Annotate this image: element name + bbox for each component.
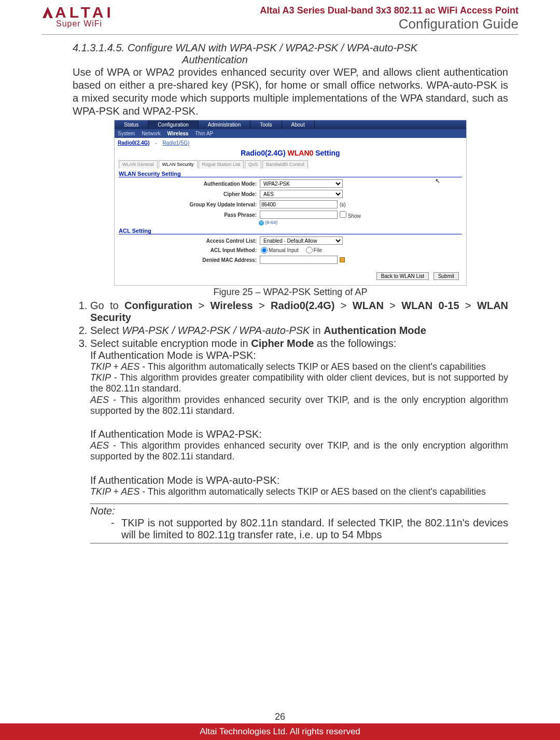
- section-heading: 4.1.3.1.4.5. Configure WLAN with WPA-PSK…: [73, 42, 508, 66]
- wlan-security-section-title: WLAN Security Setting: [119, 171, 462, 177]
- section-title-line1: Configure WLAN with WPA-PSK / WPA2-PSK /…: [128, 42, 417, 53]
- auth-mode-select[interactable]: WPA2-PSK: [260, 179, 343, 188]
- hint-icon: ?: [259, 220, 264, 226]
- gku-row: Group Key Update Interval: (s): [115, 199, 466, 210]
- figure-caption: Figure 25 – WPA2-PSK Setting of AP: [73, 287, 508, 298]
- page-footer: 26 Altai Technologies Ltd. All rights re…: [0, 711, 560, 740]
- button-row: Back to WLAN List Submit: [115, 265, 466, 285]
- submit-button[interactable]: Submit: [433, 272, 459, 280]
- denied-mac-input[interactable]: [260, 256, 338, 264]
- tab-rogue-station[interactable]: Rogue Station List: [199, 160, 244, 169]
- denied-mac-row: Denied MAC Address:: [115, 255, 466, 265]
- acl-manual-label: Manual Input: [269, 247, 299, 253]
- note-item: - TKIP is not supported by 802.11n stand…: [90, 517, 508, 541]
- denied-mac-label: Denied MAC Address:: [119, 257, 260, 263]
- wpa2-psk-head: If Authentication Mode is WPA2-PSK:: [90, 428, 508, 440]
- radio0-link[interactable]: Radio0(2.4G): [118, 140, 150, 146]
- gku-suffix: (s): [340, 202, 346, 207]
- acl-manual-radio[interactable]: [261, 247, 268, 254]
- page-header: ALTAI Super WiFi Altai A3 Series Dual-ba…: [41, 5, 519, 35]
- subnav-wireless[interactable]: Wireless: [167, 131, 189, 136]
- tab-wlan-security[interactable]: WLAN Security: [159, 160, 198, 169]
- nav-configuration[interactable]: Configuration: [148, 120, 198, 129]
- section-title-line2: Authentication: [182, 54, 508, 66]
- acl-section-title: ACL Setting: [119, 228, 462, 234]
- top-nav: Status Configuration Administration Tool…: [115, 120, 466, 129]
- cipher-label: Cipher Mode:: [119, 191, 260, 197]
- nav-tools[interactable]: Tools: [250, 120, 282, 129]
- sub-nav: System Network Wireless Thin AP: [115, 129, 466, 138]
- doc-product-name: Altai A3 Series Dual-band 3x3 802.11 ac …: [260, 5, 519, 16]
- step-2: Select WPA-PSK / WPA2-PSK / WPA-auto-PSK…: [90, 325, 508, 337]
- acl-input-row: ACL Input Method: Manual Input File: [115, 246, 466, 255]
- wpa-auto-head: If Authentication Mode is WPA-auto-PSK:: [90, 474, 508, 486]
- note-label: Note:: [90, 505, 508, 517]
- nav-status[interactable]: Status: [115, 120, 148, 129]
- acl-list-select[interactable]: Enabled - Default Allow: [260, 236, 343, 245]
- wpa-psk-head: If Authentication Mode is WPA-PSK:: [90, 350, 508, 361]
- subnav-network[interactable]: Network: [142, 131, 161, 136]
- show-label: Show: [348, 213, 361, 219]
- radio-links: Radio0(2.4G) - Radio1(5G): [115, 138, 466, 148]
- subnav-system[interactable]: System: [118, 131, 135, 136]
- gku-input[interactable]: [260, 200, 338, 208]
- intro-paragraph: Use of WPA or WPA2 provides enhanced sec…: [73, 66, 508, 118]
- logo-subtitle: Super WiFi: [56, 19, 114, 29]
- tab-bandwidth[interactable]: Bandwidth Control: [262, 160, 308, 169]
- tab-wlan-general[interactable]: WLAN General: [119, 160, 158, 169]
- note-text: TKIP is not supported by 802.11n standar…: [121, 517, 508, 541]
- panel-title: Radio0(2.4G) WLAN0 Setting: [115, 148, 466, 159]
- cipher-row: Cipher Mode: AES: [115, 189, 466, 199]
- auth-mode-label: Authentication Mode:: [119, 181, 260, 187]
- doc-title: Configuration Guide: [260, 16, 519, 32]
- cursor-icon: ↖: [435, 177, 440, 185]
- footer-copyright: Altai Technologies Ltd. All rights reser…: [0, 723, 560, 740]
- subnav-thinap[interactable]: Thin AP: [195, 131, 213, 136]
- passphrase-label: Pass Phrase:: [119, 212, 260, 218]
- step-3: Select suitable encryption mode in Ciphe…: [90, 338, 508, 543]
- page-number: 26: [0, 711, 560, 723]
- cipher-select[interactable]: AES: [260, 190, 343, 198]
- auth-mode-row: Authentication Mode: WPA2-PSK ↖: [115, 178, 466, 189]
- acl-file-label: File: [314, 247, 322, 253]
- logo-main: ALTAI: [41, 5, 114, 19]
- gku-label: Group Key Update Interval:: [119, 202, 260, 207]
- back-button[interactable]: Back to WLAN List: [376, 272, 429, 280]
- acl-list-label: Access Control List:: [119, 238, 260, 244]
- add-icon[interactable]: [340, 257, 345, 262]
- nav-about[interactable]: About: [282, 120, 315, 129]
- tab-qos[interactable]: QoS: [245, 160, 261, 169]
- header-right: Altai A3 Series Dual-band 3x3 802.11 ac …: [260, 5, 519, 32]
- note-block: Note: - TKIP is not supported by 802.11n…: [90, 504, 508, 543]
- passphrase-input[interactable]: [260, 211, 338, 219]
- show-checkbox[interactable]: [340, 211, 346, 218]
- logo: ALTAI Super WiFi: [41, 5, 114, 29]
- wlan-tabs: WLAN General WLAN Security Rogue Station…: [115, 159, 466, 169]
- passphrase-row: Pass Phrase: Show: [115, 210, 466, 220]
- acl-input-label: ACL Input Method:: [119, 247, 260, 253]
- section-number: 4.1.3.1.4.5.: [73, 42, 124, 66]
- logo-triangle-icon: [41, 6, 54, 19]
- config-screenshot: Status Configuration Administration Tool…: [114, 120, 467, 286]
- steps-list: Go to Configuration > Wireless > Radio0(…: [73, 300, 508, 543]
- acl-file-radio[interactable]: [306, 247, 313, 254]
- passphrase-hint: ?(8-64): [259, 220, 466, 226]
- acl-list-row: Access Control List: Enabled - Default A…: [115, 235, 466, 246]
- radio1-link[interactable]: Radio1(5G): [163, 140, 190, 146]
- nav-administration[interactable]: Administration: [199, 120, 250, 129]
- logo-text: ALTAI: [55, 5, 114, 19]
- step-1: Go to Configuration > Wireless > Radio0(…: [90, 300, 508, 324]
